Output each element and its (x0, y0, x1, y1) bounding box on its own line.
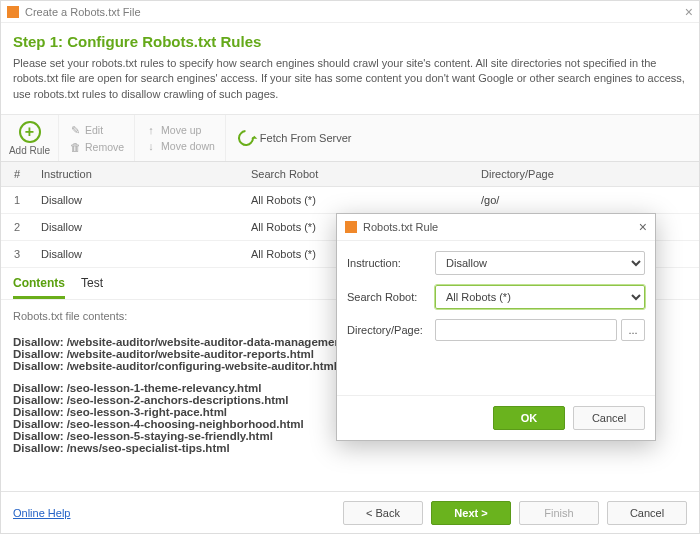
tab-contents[interactable]: Contents (13, 276, 65, 299)
cancel-button[interactable]: Cancel (607, 501, 687, 525)
directory-input[interactable] (435, 319, 617, 341)
close-icon[interactable]: × (639, 219, 647, 235)
browse-button[interactable]: ... (621, 319, 645, 341)
add-rule-label: Add Rule (9, 145, 50, 156)
col-search-robot[interactable]: Search Robot (243, 162, 473, 187)
step-title: Step 1: Configure Robots.txt Rules (13, 33, 687, 50)
ok-button[interactable]: OK (493, 406, 565, 430)
col-number[interactable]: # (1, 162, 33, 187)
directory-label: Directory/Page: (347, 324, 429, 336)
close-icon[interactable]: × (685, 5, 693, 19)
search-robot-label: Search Robot: (347, 291, 429, 303)
trash-icon: 🗑 (69, 141, 81, 153)
arrow-up-icon: ↑ (145, 124, 157, 136)
app-icon (7, 6, 19, 18)
table-row[interactable]: 1 Disallow All Robots (*) /go/ (1, 187, 699, 214)
plus-icon: + (19, 121, 41, 143)
wizard-header: Step 1: Configure Robots.txt Rules Pleas… (1, 23, 699, 106)
dialog-title: Robots.txt Rule (363, 221, 438, 233)
search-robot-select[interactable]: All Robots (*) (435, 285, 645, 309)
add-rule-button[interactable]: + Add Rule (1, 115, 59, 161)
dialog-cancel-button[interactable]: Cancel (573, 406, 645, 430)
col-directory[interactable]: Directory/Page (473, 162, 699, 187)
fetch-from-server-button[interactable]: Fetch From Server (226, 115, 364, 161)
move-up-button[interactable]: ↑ Move up (145, 124, 215, 136)
window-titlebar: Create a Robots.txt File × (1, 1, 699, 23)
app-icon (345, 221, 357, 233)
edit-remove-group: ✎ Edit 🗑 Remove (59, 115, 135, 161)
wizard-footer: Online Help < Back Next > Finish Cancel (1, 491, 699, 533)
move-group: ↑ Move up ↓ Move down (135, 115, 226, 161)
step-hint: Please set your robots.txt rules to spec… (13, 56, 687, 102)
finish-button[interactable]: Finish (519, 501, 599, 525)
move-down-button[interactable]: ↓ Move down (145, 140, 215, 152)
instruction-select[interactable]: Disallow (435, 251, 645, 275)
robots-rule-dialog: Robots.txt Rule × Instruction: Disallow … (336, 213, 656, 441)
next-button[interactable]: Next > (431, 501, 511, 525)
instruction-label: Instruction: (347, 257, 429, 269)
rules-toolbar: + Add Rule ✎ Edit 🗑 Remove ↑ Move up ↓ M… (1, 114, 699, 162)
window-title: Create a Robots.txt File (25, 6, 141, 18)
refresh-icon (235, 127, 258, 150)
edit-button[interactable]: ✎ Edit (69, 124, 124, 137)
tab-test[interactable]: Test (81, 276, 103, 299)
arrow-down-icon: ↓ (145, 140, 157, 152)
remove-button[interactable]: 🗑 Remove (69, 141, 124, 153)
back-button[interactable]: < Back (343, 501, 423, 525)
col-instruction[interactable]: Instruction (33, 162, 243, 187)
online-help-link[interactable]: Online Help (13, 507, 70, 519)
pencil-icon: ✎ (69, 124, 81, 137)
